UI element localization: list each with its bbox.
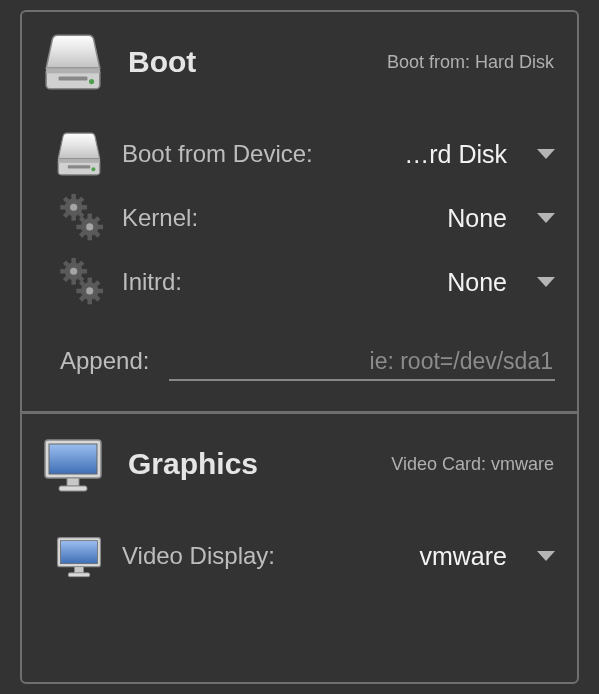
gears-icon (50, 257, 108, 307)
initrd-value: None (447, 268, 507, 297)
chevron-down-icon (537, 551, 555, 561)
initrd-label: Initrd: (122, 268, 182, 296)
monitor-icon (50, 533, 108, 579)
kernel-row: Kernel: None (50, 186, 559, 250)
kernel-label: Kernel: (122, 204, 198, 232)
append-row: Append: (50, 344, 559, 381)
monitor-icon (40, 434, 106, 494)
append-label: Append: (60, 347, 149, 375)
boot-section: Boot Boot from: Hard Disk Boot from Devi… (22, 12, 577, 411)
drive-icon (40, 31, 106, 93)
video-display-dropdown[interactable]: vmware (415, 542, 559, 571)
video-display-row: Video Display: vmware (50, 524, 559, 588)
graphics-summary: Video Card: vmware (391, 454, 559, 475)
boot-device-row: Boot from Device: …rd Disk (50, 122, 559, 186)
boot-title: Boot (128, 45, 196, 79)
gears-icon (50, 193, 108, 243)
video-display-label: Video Display: (122, 542, 275, 570)
settings-panel: Boot Boot from: Hard Disk Boot from Devi… (20, 10, 579, 684)
initrd-row: Initrd: None (50, 250, 559, 314)
graphics-title: Graphics (128, 447, 258, 481)
boot-section-header: Boot Boot from: Hard Disk (40, 27, 559, 97)
append-input[interactable] (169, 344, 555, 381)
boot-summary: Boot from: Hard Disk (387, 52, 559, 73)
graphics-section-header: Graphics Video Card: vmware (40, 429, 559, 499)
video-display-value: vmware (419, 542, 507, 571)
kernel-value: None (447, 204, 507, 233)
drive-icon (50, 130, 108, 178)
boot-device-value: …rd Disk (404, 140, 507, 169)
boot-device-dropdown[interactable]: …rd Disk (404, 140, 559, 169)
graphics-section: Graphics Video Card: vmware Video Displa… (22, 414, 577, 628)
chevron-down-icon (537, 149, 555, 159)
kernel-dropdown[interactable]: None (415, 204, 559, 233)
boot-device-label: Boot from Device: (122, 140, 313, 168)
chevron-down-icon (537, 213, 555, 223)
chevron-down-icon (537, 277, 555, 287)
initrd-dropdown[interactable]: None (415, 268, 559, 297)
